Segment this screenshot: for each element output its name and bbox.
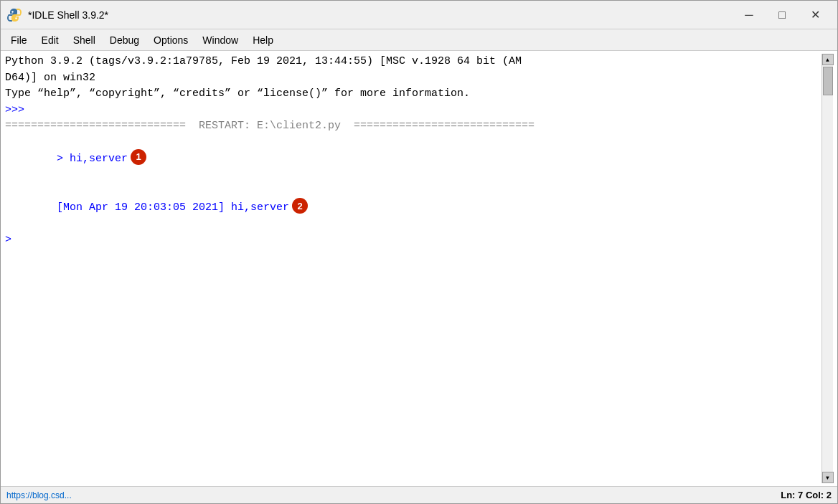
shell-prompt-initial: >>> xyxy=(5,103,821,119)
menu-debug[interactable]: Debug xyxy=(103,32,146,49)
menu-shell[interactable]: Shell xyxy=(66,32,103,49)
annotation-badge-1: 1 xyxy=(131,149,146,165)
shell-prompt-2: > xyxy=(5,232,821,249)
prompt-1-text: > hi,server xyxy=(57,153,128,165)
shell-line-3: Type “help”, “copyright”, “credits” or “… xyxy=(5,86,821,103)
idle-shell-window: *IDLE Shell 3.9.2* ─ □ ✕ File Edit Shell… xyxy=(0,0,838,504)
svg-point-1 xyxy=(11,11,13,12)
menu-options[interactable]: Options xyxy=(146,32,195,49)
menu-file[interactable]: File xyxy=(4,32,34,49)
shell-prompt-1: > hi,server1 xyxy=(5,135,821,184)
scrollbar[interactable]: ▲ ▼ xyxy=(821,54,833,483)
annotation-badge-2: 2 xyxy=(292,198,308,214)
response-1-text: [Mon Apr 19 20:03:05 2021] hi,server xyxy=(57,201,289,214)
status-position: Ln: 7 Col: 2 xyxy=(781,490,832,500)
window-title: *IDLE Shell 3.9.2* xyxy=(28,9,733,21)
scrollbar-down-button[interactable]: ▼ xyxy=(822,472,834,483)
close-button[interactable]: ✕ xyxy=(799,1,832,29)
status-url: https://blog.csd... xyxy=(6,490,781,500)
minimize-button[interactable]: ─ xyxy=(733,1,766,29)
scrollbar-up-button[interactable]: ▲ xyxy=(822,54,834,65)
title-bar: *IDLE Shell 3.9.2* ─ □ ✕ xyxy=(1,1,837,29)
scrollbar-thumb[interactable] xyxy=(823,67,833,95)
shell-line-2: D64)] on win32 xyxy=(5,70,821,87)
python-icon xyxy=(6,7,22,23)
shell-restart-line: ============================ RESTART: E:… xyxy=(5,118,821,135)
maximize-button[interactable]: □ xyxy=(766,1,799,29)
shell-line-1: Python 3.9.2 (tags/v3.9.2:1a79785, Feb 1… xyxy=(5,54,821,70)
window-controls: ─ □ ✕ xyxy=(733,1,832,29)
svg-point-2 xyxy=(15,17,17,19)
shell-response-1: [Mon Apr 19 20:03:05 2021] hi,server2 xyxy=(5,184,821,232)
scrollbar-track[interactable] xyxy=(822,65,833,472)
menu-edit[interactable]: Edit xyxy=(34,32,66,49)
shell-text-area[interactable]: Python 3.9.2 (tags/v3.9.2:1a79785, Feb 1… xyxy=(5,54,821,483)
menu-window[interactable]: Window xyxy=(195,32,245,49)
menu-help[interactable]: Help xyxy=(245,32,281,49)
shell-content[interactable]: Python 3.9.2 (tags/v3.9.2:1a79785, Feb 1… xyxy=(1,51,837,486)
menu-bar: File Edit Shell Debug Options Window Hel… xyxy=(1,29,837,51)
status-bar: https://blog.csd... Ln: 7 Col: 2 xyxy=(1,486,837,503)
